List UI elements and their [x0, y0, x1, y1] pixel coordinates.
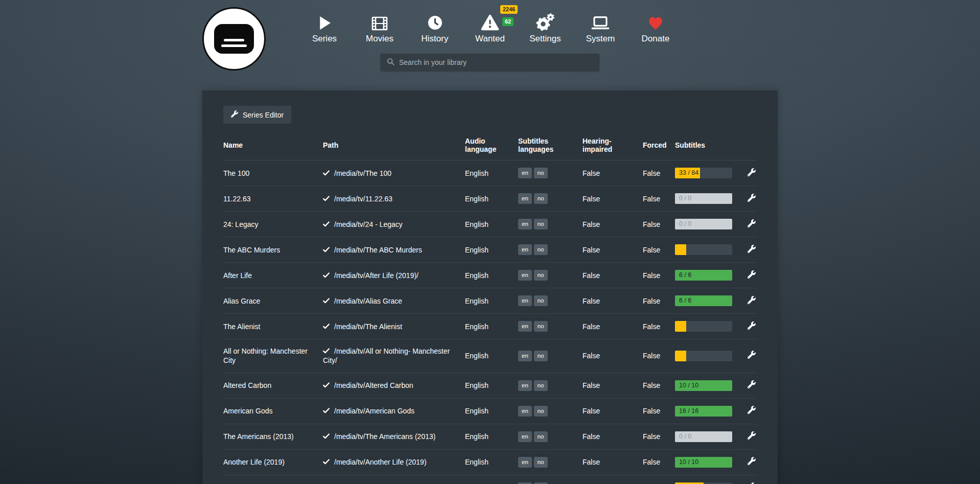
edit-series-wrench-icon[interactable]: [748, 194, 756, 204]
nav-item-series[interactable]: Series: [304, 11, 345, 44]
logo-subtitle-line: [224, 39, 244, 41]
edit-series-wrench-icon[interactable]: [748, 296, 756, 306]
subtitles-progress: 16 / 16: [675, 406, 732, 417]
language-badge: en: [518, 431, 532, 442]
edit-series-wrench-icon[interactable]: [748, 406, 756, 416]
series-name[interactable]: The Americans (2013): [223, 424, 323, 449]
series-path: /media/tv/American Gods: [334, 407, 414, 415]
check-icon: [323, 381, 330, 390]
table-row: Altered Carbon /media/tv/Altered Carbon …: [223, 373, 757, 398]
language-badge: no: [534, 219, 548, 229]
subtitles-progress: 0 / 0: [675, 193, 732, 204]
subtitles-progress-label: 0 / 0: [679, 219, 691, 229]
series-path: /media/tv/Another Life (2019): [334, 458, 427, 466]
table-row: American Gods /media/tv/American Gods En…: [223, 398, 757, 424]
series-name[interactable]: Altered Carbon: [223, 373, 323, 398]
subtitles-progress-fill: [675, 244, 686, 255]
edit-series-wrench-icon[interactable]: [748, 245, 756, 255]
nav-item-system[interactable]: System: [580, 11, 621, 44]
series-editor-button[interactable]: Series Editor: [223, 106, 291, 124]
header-wrap: Series Movies: [202, 0, 778, 90]
audio-language: English: [465, 424, 518, 449]
series-path-cell: /media/tv/The 100: [323, 160, 465, 186]
series-path: /media/tv/The 100: [334, 169, 391, 177]
forced-value: False: [643, 449, 675, 475]
subtitle-language-badges: enno: [518, 168, 550, 176]
series-path: /media/tv/The ABC Murders: [334, 246, 422, 254]
subtitles-progress: 13 / 26: [675, 482, 732, 484]
clock-icon: [427, 11, 443, 31]
subtitles-progress-label: 6 / 6: [679, 270, 691, 281]
edit-series-wrench-icon[interactable]: [748, 457, 756, 467]
series-name[interactable]: The ABC Murders: [223, 237, 323, 263]
subtitle-language-badges: enno: [518, 406, 550, 414]
language-badge: en: [518, 244, 532, 255]
check-icon: [323, 432, 330, 442]
search-input[interactable]: [399, 58, 593, 66]
edit-series-wrench-icon[interactable]: [748, 351, 756, 361]
series-name[interactable]: After Life: [223, 263, 323, 288]
subtitle-language-badges: enno: [518, 351, 550, 359]
series-path: /media/tv/After Life (2019)/: [334, 271, 418, 280]
language-badge: en: [518, 270, 532, 281]
audio-language: English: [465, 398, 518, 424]
series-path-cell: /media/tv/The Alienist: [323, 314, 465, 339]
edit-series-wrench-icon[interactable]: [748, 219, 756, 229]
edit-series-wrench-icon[interactable]: [748, 321, 756, 332]
series-name[interactable]: The Alienist: [223, 314, 323, 339]
subtitles-progress-label: 10 / 10: [679, 380, 698, 391]
table-row: 11.22.63 /media/tv/11.22.63 English enno…: [223, 186, 757, 212]
bazarr-logo[interactable]: [202, 7, 266, 71]
hearing-impaired-value: False: [582, 186, 643, 212]
subtitle-language-badges: enno: [518, 194, 550, 202]
series-name[interactable]: Alias Grace: [223, 288, 323, 314]
hearing-impaired-value: False: [582, 424, 643, 449]
edit-series-wrench-icon[interactable]: [748, 380, 756, 390]
column-header-path: Path: [323, 137, 465, 160]
subtitles-progress: [675, 321, 732, 332]
language-badge: en: [518, 457, 532, 468]
series-name[interactable]: All or Nothing: Manchester City: [223, 339, 323, 373]
series-name[interactable]: A.P. Bio: [223, 475, 323, 484]
series-path: /media/tv/24 - Legacy: [334, 220, 403, 228]
edit-series-wrench-icon[interactable]: [748, 270, 756, 281]
subtitles-progress-label: 0 / 0: [679, 193, 691, 204]
check-icon: [323, 407, 330, 416]
series-name[interactable]: The 100: [223, 160, 323, 186]
nav-item-settings[interactable]: Settings: [525, 11, 566, 44]
language-badge: en: [518, 168, 532, 178]
edit-series-wrench-icon[interactable]: [748, 431, 756, 442]
language-badge: en: [518, 406, 532, 417]
play-icon: [318, 11, 331, 31]
wanted-count-badge-yellow: 2246: [500, 5, 518, 14]
series-name[interactable]: 11.22.63: [223, 186, 323, 212]
series-name[interactable]: 24: Legacy: [223, 212, 323, 237]
column-header-name: Name: [223, 137, 323, 160]
nav-item-movies[interactable]: Movies: [359, 11, 400, 44]
check-icon: [323, 347, 330, 356]
nav-item-history[interactable]: History: [414, 11, 455, 44]
series-path-cell: /media/tv/American Gods: [323, 398, 465, 424]
series-name[interactable]: Another Life (2019): [223, 449, 323, 475]
series-editor-label: Series Editor: [243, 111, 284, 119]
hearing-impaired-value: False: [582, 160, 643, 186]
subtitles-progress-label: 13 / 26: [679, 482, 698, 484]
column-header-subtitles-languages: Subtitles languages: [518, 137, 582, 160]
nav-item-wanted[interactable]: 2246 62 Wanted: [470, 11, 510, 44]
column-header-actions: [741, 137, 757, 160]
search-icon: [387, 58, 394, 67]
forced-value: False: [643, 186, 675, 212]
forced-value: False: [643, 263, 675, 288]
series-path-cell: /media/tv/The ABC Murders: [323, 237, 465, 263]
nav-item-donate[interactable]: Donate: [635, 11, 676, 44]
series-path-cell: /media/tv/Altered Carbon: [323, 373, 465, 398]
series-name[interactable]: American Gods: [223, 398, 323, 424]
hearing-impaired-value: False: [582, 449, 643, 475]
search-bar: [381, 54, 599, 71]
app-header: Series Movies: [0, 0, 980, 90]
table-header-row: Name Path Audio language Subtitles langu…: [223, 137, 757, 160]
audio-language: English: [465, 263, 518, 288]
film-icon: [371, 11, 388, 31]
edit-series-wrench-icon[interactable]: [748, 168, 756, 178]
audio-language: English: [465, 160, 518, 186]
